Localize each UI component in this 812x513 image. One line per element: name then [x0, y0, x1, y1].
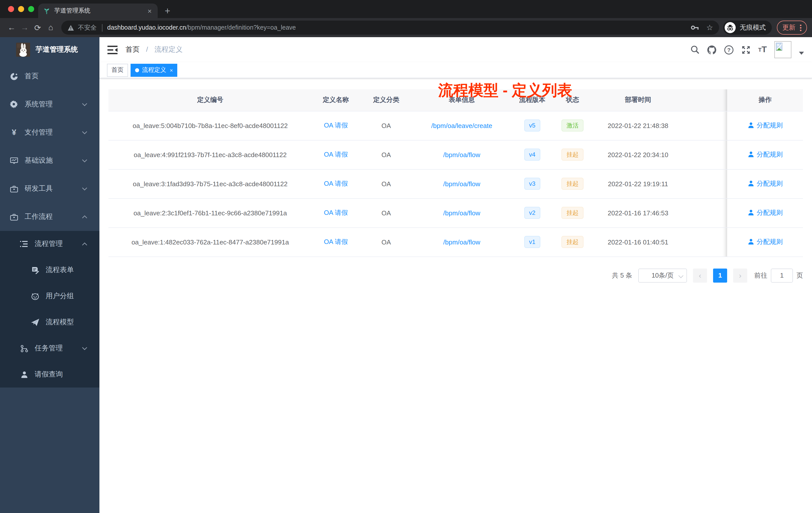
sidebar-item-process-mgmt[interactable]: 流程管理	[0, 231, 99, 257]
chevron-down-icon	[82, 187, 87, 190]
browser-tab-strip: 芋道管理系统 × +	[0, 0, 812, 18]
address-bar[interactable]: 不安全 dashboard.yudao.iocoder.cn/bpm/manag…	[61, 21, 719, 35]
assign-rule-button[interactable]: 分配规则	[748, 121, 783, 130]
tag-process-definition[interactable]: 流程定义 ×	[130, 63, 177, 77]
form-link[interactable]: /bpm/oa/flow	[443, 180, 480, 187]
assign-rule-button[interactable]: 分配规则	[748, 208, 783, 217]
close-window-button[interactable]	[8, 6, 14, 12]
back-icon[interactable]: ←	[5, 23, 18, 32]
sidebar-item-label: 首页	[25, 72, 39, 81]
assign-rule-button[interactable]: 分配规则	[748, 179, 783, 188]
prev-page-button[interactable]: ‹	[693, 268, 707, 282]
robot-face-icon	[31, 292, 39, 300]
sidebar-item-label: 工作流程	[25, 212, 53, 221]
form-link[interactable]: /bpm/oa/flow	[443, 238, 480, 246]
form-link[interactable]: /bpm/oa/flow	[443, 209, 480, 217]
search-icon[interactable]	[691, 45, 699, 54]
table-row: oa_leave:1:482ec033-762a-11ec-8477-a2380…	[109, 228, 803, 256]
tab-title: 芋道管理系统	[54, 6, 147, 15]
url-divider	[102, 24, 102, 31]
current-page-button[interactable]: 1	[713, 268, 727, 282]
definition-name-link[interactable]: OA 请假	[324, 180, 348, 187]
user-icon	[20, 371, 28, 378]
sidebar-item-system[interactable]: 系统管理	[0, 90, 99, 118]
new-tab-button[interactable]: +	[165, 6, 170, 16]
browser-tab[interactable]: 芋道管理系统 ×	[38, 3, 158, 18]
page-size-select[interactable]: 10条/页	[638, 268, 687, 282]
pagination: 共 5 条 10条/页 ‹ 1 › 前往 页	[109, 268, 803, 282]
github-icon[interactable]	[707, 45, 717, 55]
sidebar-item-process-model[interactable]: 流程模型	[0, 309, 99, 335]
tag-close-icon[interactable]: ×	[170, 67, 173, 73]
tag-home[interactable]: 首页	[107, 63, 128, 77]
app-logo[interactable]: 芋道管理系统	[0, 37, 99, 62]
font-size-icon[interactable]: TT	[758, 45, 767, 55]
sidebar-item-user-group[interactable]: 用户分组	[0, 283, 99, 309]
browser-update-button[interactable]: 更新	[777, 21, 807, 35]
definition-name-link[interactable]: OA 请假	[324, 238, 348, 245]
cell-id: oa_leave:4:991f2193-7b7f-11ec-a3c8-acde4…	[109, 140, 312, 169]
help-icon[interactable]: ?	[724, 45, 734, 55]
app-navbar: 首页 / 流程定义 ?	[99, 37, 812, 62]
page-size-value: 10条/页	[651, 271, 674, 280]
form-link[interactable]: /bpm/oa/flow	[443, 151, 480, 158]
tag-label: 首页	[112, 66, 123, 74]
forward-icon[interactable]: →	[18, 23, 31, 32]
col-actions: 操作	[727, 89, 803, 111]
sidebar-item-label: 流程管理	[35, 239, 63, 248]
incognito-label: 无痕模式	[740, 23, 766, 32]
app-title: 芋道管理系统	[36, 45, 78, 54]
monitor-icon	[10, 157, 18, 164]
home-icon[interactable]: ⌂	[44, 23, 57, 32]
security-label[interactable]: 不安全	[78, 23, 97, 32]
cell-id: oa_leave:1:482ec033-762a-11ec-8477-a2380…	[109, 228, 312, 256]
dashboard-icon	[10, 72, 18, 81]
incognito-badge: 无痕模式	[723, 21, 772, 35]
zoom-window-button[interactable]	[28, 6, 34, 12]
favicon-seedling-icon	[43, 7, 50, 14]
sidebar-item-payment[interactable]: ¥ 支付管理	[0, 118, 99, 147]
svg-text:?: ?	[727, 47, 730, 53]
warning-triangle-icon[interactable]	[67, 24, 74, 31]
definition-name-link[interactable]: OA 请假	[324, 151, 348, 158]
sidebar-item-leave-query[interactable]: 请假查询	[0, 361, 99, 388]
definition-name-link[interactable]: OA 请假	[324, 209, 348, 216]
goto-page-input[interactable]	[771, 268, 793, 282]
table-row: oa_leave:3:1fad3d93-7b75-11ec-a3c8-acde4…	[109, 169, 803, 198]
chevron-down-icon	[82, 131, 87, 134]
reload-icon[interactable]: ⟳	[31, 23, 44, 32]
next-page-button[interactable]: ›	[733, 268, 747, 282]
sidebar-item-devtools[interactable]: 研发工具	[0, 175, 99, 203]
avatar[interactable]	[774, 41, 791, 58]
sidebar-item-label: 支付管理	[25, 128, 53, 137]
version-badge: v3	[524, 178, 540, 190]
select-caret-icon	[678, 273, 684, 278]
cell-category: OA	[360, 198, 413, 228]
assign-rule-button[interactable]: 分配规则	[748, 150, 783, 159]
key-icon[interactable]	[691, 25, 699, 30]
sidebar-item-process-form[interactable]: 流程表单	[0, 257, 99, 283]
fullscreen-icon[interactable]	[741, 45, 751, 55]
bookmark-star-icon[interactable]: ☆	[706, 23, 713, 32]
tab-close-icon[interactable]: ×	[147, 7, 153, 14]
browser-menu-icon[interactable]	[800, 24, 802, 31]
chevron-up-icon	[82, 242, 87, 246]
definition-name-link[interactable]: OA 请假	[324, 121, 348, 129]
sidebar-item-workflow[interactable]: 工作流程	[0, 203, 99, 231]
col-filler	[685, 89, 727, 111]
assign-rule-button[interactable]: 分配规则	[748, 237, 783, 246]
minimize-window-button[interactable]	[18, 6, 24, 12]
sidebar-item-label: 用户分组	[46, 292, 74, 301]
cell-id: oa_leave:5:004b710b-7b8a-11ec-8ef0-acde4…	[109, 111, 312, 140]
breadcrumb-home[interactable]: 首页	[125, 45, 140, 53]
sidebar-item-home[interactable]: 首页	[0, 62, 99, 90]
cell-category: OA	[360, 169, 413, 198]
form-link[interactable]: /bpm/oa/leave/create	[431, 122, 492, 129]
version-badge: v2	[524, 207, 540, 219]
avatar-caret-icon[interactable]	[799, 52, 804, 55]
col-category: 定义分类	[360, 89, 413, 111]
browser-toolbar: ← → ⟳ ⌂ 不安全 dashboard.yudao.iocoder.cn/b…	[0, 18, 812, 37]
hamburger-fold-icon[interactable]	[108, 46, 117, 54]
sidebar-item-infra[interactable]: 基础设施	[0, 147, 99, 175]
sidebar-item-task-mgmt[interactable]: 任务管理	[0, 335, 99, 361]
